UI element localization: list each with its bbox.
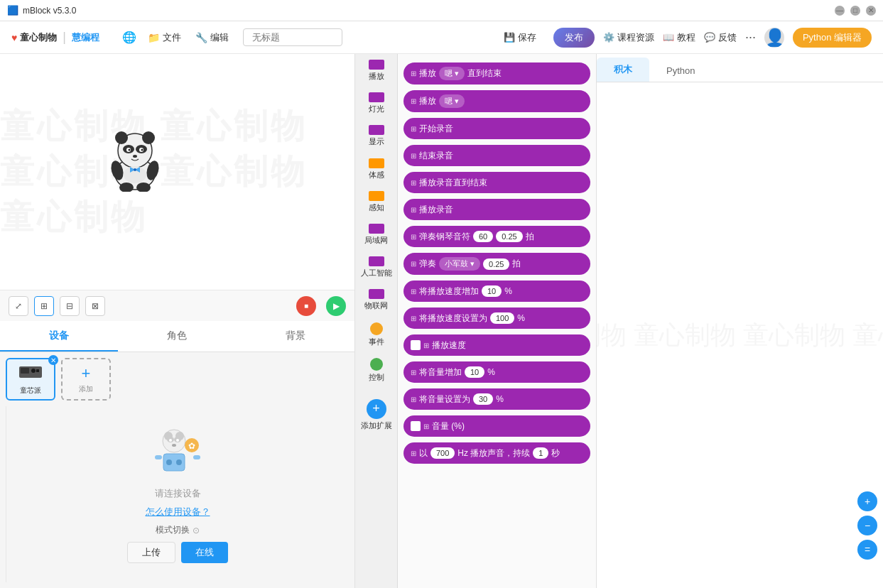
block-drum-beat[interactable]: 0.25: [483, 258, 509, 270]
block-text-beat2: 拍: [512, 258, 521, 270]
block-drum-dropdown[interactable]: 小军鼓 ▾: [439, 257, 480, 271]
zoom-reset-button[interactable]: =: [857, 540, 877, 560]
block-note-value[interactable]: 60: [473, 231, 493, 242]
app-title: mBlock v5.3.0: [23, 6, 76, 16]
block-vol-set-value[interactable]: 30: [473, 393, 493, 405]
category-ai[interactable]: 人工智能: [355, 251, 397, 283]
block-speed-inc[interactable]: ⊞ 将播放速度增加 10 %: [403, 281, 590, 302]
block-hz-value[interactable]: 700: [430, 447, 455, 459]
tab-python[interactable]: Python: [649, 60, 712, 82]
block-play-record[interactable]: ⊞ 播放录音: [403, 199, 590, 220]
device-name: 童芯派: [20, 386, 41, 396]
zoom-in-button[interactable]: +: [857, 491, 877, 511]
category-control-label: 控制: [369, 373, 384, 382]
block-play-note[interactable]: ⊞ 弹奏钢琴音符 60 0.25 拍: [403, 226, 590, 247]
tab-device[interactable]: 设备: [0, 321, 118, 352]
tab-background[interactable]: 背景: [237, 321, 354, 352]
category-sense[interactable]: 感知: [355, 185, 397, 218]
python-editor-button[interactable]: Python 编辑器: [793, 28, 872, 48]
category-control[interactable]: 控制: [355, 352, 397, 388]
block-stop-record[interactable]: ⊞ 结束录音: [403, 145, 590, 166]
block-speed-set[interactable]: ⊞ 将播放速度设置为 100 %: [403, 307, 590, 329]
close-btn[interactable]: ✕: [866, 6, 876, 16]
category-ai-label: 人工智能: [361, 268, 392, 278]
block-sound-dropdown2[interactable]: 嗯 ▾: [439, 94, 465, 108]
block-sound-dropdown[interactable]: 嗯 ▾: [439, 67, 465, 80]
category-iot[interactable]: 物联网: [355, 283, 397, 316]
category-play[interactable]: 播放: [355, 54, 397, 87]
upload-button[interactable]: 上传: [127, 542, 175, 563]
tutorial-item[interactable]: 📖 教程: [663, 31, 695, 44]
expand-button[interactable]: ⤢: [9, 296, 28, 316]
panda-svg: [103, 121, 167, 192]
publish-button[interactable]: 发布: [553, 28, 595, 48]
project-title-input[interactable]: [243, 28, 342, 46]
block-vol-inc[interactable]: ⊞ 将音量增加 10 %: [403, 361, 590, 383]
block-play-record-end[interactable]: ⊞ 播放录音直到结束: [403, 172, 590, 193]
block-icon8: ⊞: [411, 260, 416, 268]
category-display[interactable]: 显示: [355, 119, 397, 152]
device-item[interactable]: ✕ 童芯派: [6, 358, 55, 401]
blocks-panel: ⊞ 播放 嗯 ▾ 直到结束 ⊞ 播放 嗯 ▾ ⊞ 开始录音 ⊞ 结束录音 ⊞ 播…: [398, 54, 597, 588]
titlebar: 🟦 mBlock v5.3.0 — □ ✕: [0, 0, 883, 21]
tab-blocks[interactable]: 积木: [597, 58, 649, 82]
layout-2col-button[interactable]: ⊞: [34, 296, 54, 316]
connect-link[interactable]: 怎么使用设备？: [146, 506, 210, 518]
block-play[interactable]: ⊞ 播放 嗯 ▾: [403, 90, 590, 112]
online-button[interactable]: 在线: [181, 542, 228, 563]
save-button[interactable]: 💾 保存: [495, 28, 545, 48]
block-icon3: ⊞: [411, 125, 416, 133]
edit-label: 编辑: [210, 31, 229, 44]
block-beat-value[interactable]: 0.25: [496, 231, 522, 242]
minimize-btn[interactable]: —: [835, 6, 845, 16]
device-close-button[interactable]: ✕: [48, 355, 58, 365]
block-play-hz[interactable]: ⊞ 以 700 Hz 播放声音，持续 1 秒: [403, 442, 590, 464]
block-play-until-end[interactable]: ⊞ 播放 嗯 ▾ 直到结束: [403, 62, 590, 85]
maximize-btn[interactable]: □: [850, 6, 860, 16]
block-vol-checkbox[interactable]: [411, 421, 421, 431]
block-vol-show[interactable]: ⊞ 音量 (%): [403, 415, 590, 437]
device-icon: [18, 364, 43, 384]
block-vol-inc-value[interactable]: 10: [465, 366, 484, 378]
block-speed-set-value[interactable]: 100: [490, 312, 514, 324]
svg-point-10: [133, 155, 137, 158]
zoom-controls: + − =: [857, 491, 877, 560]
layout-3col-button[interactable]: ⊟: [60, 296, 80, 316]
category-event[interactable]: 事件: [355, 317, 397, 352]
block-icon9: ⊞: [411, 288, 416, 295]
stop-button[interactable]: ■: [296, 296, 316, 316]
block-text-beat: 拍: [526, 231, 534, 243]
svg-point-29: [176, 439, 179, 442]
connect-text: 请连接设备: [155, 487, 201, 500]
block-vol-set[interactable]: ⊞ 将音量设置为 30 %: [403, 388, 590, 410]
connect-robot-icon: ✿: [149, 425, 206, 483]
edit-menu[interactable]: 🔧 编辑: [190, 28, 234, 47]
block-duration-value[interactable]: 1: [533, 447, 548, 459]
file-menu[interactable]: 📁 文件: [142, 28, 187, 47]
block-speed-checkbox[interactable]: [411, 340, 421, 350]
zoom-out-button[interactable]: −: [857, 516, 877, 535]
logo-heart-icon: ♥: [11, 32, 17, 43]
menubar-right: 💾 保存 发布 ⚙️ 课程资源 📖 教程 💬 反馈 ··· 👤 Python 编…: [495, 28, 872, 48]
category-light[interactable]: 灯光: [355, 87, 397, 119]
block-speed-show[interactable]: ⊞ 播放速度: [403, 334, 590, 356]
feedback-item[interactable]: 💬 反馈: [704, 31, 737, 44]
svg-point-21: [31, 369, 36, 373]
block-play-drum[interactable]: ⊞ 弹奏 小军鼓 ▾ 0.25 拍: [403, 253, 590, 275]
category-lan[interactable]: 局域网: [355, 218, 397, 251]
file-label: 文件: [163, 31, 181, 44]
more-button[interactable]: ···: [745, 30, 756, 45]
tab-character[interactable]: 角色: [118, 321, 236, 352]
block-speed-inc-value[interactable]: 10: [482, 285, 502, 297]
block-start-record[interactable]: ⊞ 开始录音: [403, 118, 590, 139]
run-button[interactable]: ▶: [326, 296, 346, 316]
user-avatar[interactable]: 👤: [764, 28, 784, 48]
add-device-button[interactable]: + 添加: [61, 358, 111, 401]
category-body[interactable]: 体感: [355, 153, 397, 185]
layout-grid-button[interactable]: ⊠: [85, 296, 105, 316]
add-extension-button[interactable]: + 添加扩展: [355, 391, 397, 436]
resources-item[interactable]: ⚙️ 课程资源: [603, 31, 654, 44]
category-panel: 播放 灯光 显示 体感 感知: [355, 54, 398, 588]
block-text-pct: %: [504, 286, 512, 296]
logo: ♥ 童心制物 | 慧编程: [11, 30, 111, 45]
